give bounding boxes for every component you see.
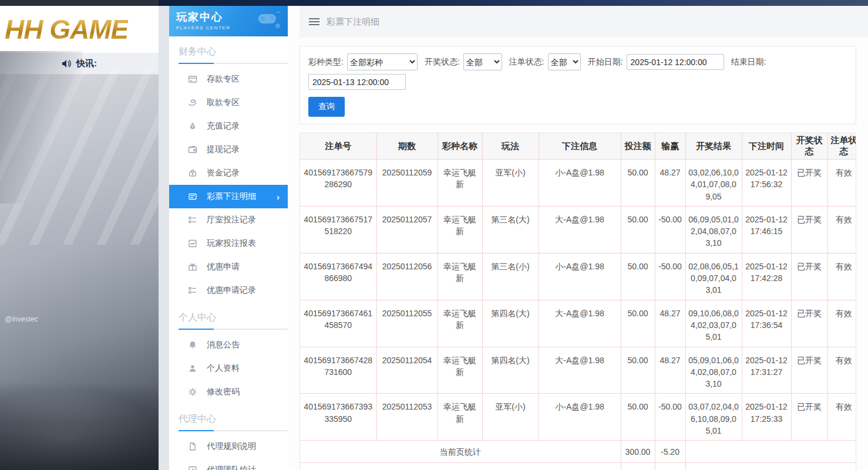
moneybag-icon [188,121,197,131]
table-cell: 已开奖 [791,347,827,394]
table-cell: 幸运飞艇新 [438,206,482,253]
lottery-type-select[interactable]: 全部彩种 [347,53,418,70]
total-summary-row: 总统计300.00-5.21 [300,463,856,470]
sidebar-item-gear[interactable]: 修改密码 [169,380,288,404]
sidebar-item-purse[interactable]: 资金记录 [169,161,288,185]
table-cell: 有效 [827,160,856,207]
table-cell: 03,07,02,04,06,10,08,09,05,01 [685,394,742,441]
sidebar-item-bet-detail[interactable]: 彩票下注明细› [169,185,288,208]
table-cell: 小-A盘@1.98 [539,394,621,441]
table-cell: 09,10,06,08,04,02,03,07,05,01 [685,300,742,347]
table-cell: 亚军(小) [482,160,539,207]
table-cell: -50.00 [655,253,685,300]
topbar: 彩票下注明细 [300,6,868,38]
column-header: 开奖状态 [791,133,827,160]
table-cell: 已开奖 [791,394,827,441]
sidebar-item-label: 优惠申请 [207,262,240,272]
sidebar-item-hall-list[interactable]: 厅室投注记录 [169,208,288,232]
photo-watermark: @Investec [5,315,38,323]
filter-panel: 彩种类型: 全部彩种 开奖状态: 全部 注单状态: 全部 开始日期: 结束日期:… [300,46,856,124]
table-cell: 已开奖 [791,253,827,300]
deposit-card-icon [188,75,197,84]
column-header: 下注信息 [539,133,621,160]
table-cell: -50.00 [655,394,685,441]
team-stats-icon [188,465,197,470]
sidebar-item-gift-list[interactable]: 优惠申请记录 [169,279,288,302]
sidebar-item-gift[interactable]: 优惠申请 [169,255,288,279]
table-cell: 有效 [827,347,856,394]
table-row: 40156917366746145857020250112055幸运飞艇新第四名… [300,300,856,347]
table-cell: 2025-01-12 17:42:28 [742,253,791,300]
section-underline [179,430,288,431]
sidebar-item-label: 提现记录 [207,144,240,155]
bet-table: 注单号期数彩种名称玩法下注信息投注额输赢开奖结果下注时间开奖状态注单状态 401… [300,133,856,470]
sidebar-item-label: 个人资料 [207,363,240,374]
sidebar-item-label: 代理团队统计 [207,465,256,470]
table-cell: 有效 [827,206,856,253]
table-cell: 05,09,01,06,04,02,08,07,03,10 [685,347,742,394]
table-cell: 2025-01-12 17:56:32 [742,160,791,207]
sidebar-item-label: 厅室投注记录 [207,215,256,225]
sidebar-item-document[interactable]: 代理规则说明 [169,435,288,458]
user-icon [188,364,197,373]
site-logo[interactable]: HH GAME [0,13,128,45]
sidebar-section-title: 财务中心 [179,46,288,63]
search-button[interactable]: 查询 [308,97,345,117]
table-cell: 幸运飞艇新 [438,160,482,207]
summary-winloss-total: -5.21 [655,463,685,470]
sidebar-menu: 财务中心存款专区取款专区充值记录提现记录资金记录彩票下注明细›厅室投注记录玩家投… [169,46,288,470]
table-cell: 幸运飞艇新 [438,300,482,347]
sidebar-item-user[interactable]: 个人资料 [169,357,288,380]
sidebar-item-wallet[interactable]: 提现记录 [169,138,288,161]
order-status-select[interactable]: 全部 [548,53,581,70]
sidebar-item-deposit-card[interactable]: 存款专区 [169,67,288,91]
table-cell: 第三名(小) [482,253,539,300]
table-row: 40156917366739333595020250112053幸运飞艇新亚军(… [300,394,856,441]
table-cell: 亚军(小) [482,394,539,441]
sidebar-item-label: 存款专区 [207,74,240,84]
start-date-input[interactable] [627,54,724,70]
table-row: 40156917366751751822020250112057幸运飞艇新第三名… [300,206,856,253]
summary-empty-cell [685,463,856,470]
sidebar-item-moneybag[interactable]: 充值记录 [169,114,288,138]
column-header: 注单号 [300,133,376,160]
table-row: 40156917366757928629020250112059幸运飞艇新亚军(… [300,160,856,207]
sidebar-item-label: 玩家投注报表 [207,238,256,249]
report-chart-icon [188,239,197,248]
table-cell: 20250112054 [376,347,438,394]
table-cell: 20250112055 [376,300,438,347]
hall-list-icon [188,215,197,225]
sidebar-item-label: 消息公告 [207,340,240,350]
gift-icon [188,262,197,272]
sidebar-item-label: 代理规则说明 [207,441,256,452]
table-cell: -50.00 [655,206,685,253]
table-cell: 已开奖 [791,300,827,347]
table-header-row: 注单号期数彩种名称玩法下注信息投注额输赢开奖结果下注时间开奖状态注单状态 [300,133,856,160]
sidebar-item-label: 优惠申请记录 [207,285,256,296]
table-body: 40156917366757928629020250112059幸运飞艇新亚军(… [300,160,856,470]
sidebar-item-team-stats[interactable]: 代理团队统计 [169,458,288,470]
photo-dark-wedge [0,51,82,204]
table-cell: 2025-01-12 17:25:33 [742,394,791,441]
draw-status-label: 开奖状态: [425,57,460,67]
table-cell: 02,08,06,05,10,09,07,04,03,01 [685,253,742,300]
table-cell: 50.00 [621,253,655,300]
sidebar-item-report-chart[interactable]: 玩家投注报表 [169,232,288,255]
bet-detail-icon [188,192,197,201]
end-date-input[interactable] [308,74,406,90]
gamepad-icon [255,11,282,31]
sidebar-item-label: 取款专区 [207,97,240,108]
menu-toggle-icon[interactable] [309,18,319,25]
table-cell: 有效 [827,394,856,441]
sidebar-item-withdraw-hand[interactable]: 取款专区 [169,91,288,114]
table-cell: 已开奖 [791,160,827,207]
sidebar-item-bell[interactable]: 消息公告 [169,333,288,357]
table-cell: 幸运飞艇新 [438,253,482,300]
purse-icon [188,168,197,178]
table-row: 40156917366749486698020250112056幸运飞艇新第三名… [300,253,856,300]
table-row: 40156917366742873160020250112054幸运飞艇新第四名… [300,347,856,394]
table-cell: 50.00 [621,300,655,347]
draw-status-select[interactable]: 全部 [463,53,502,70]
column-header: 投注额 [621,133,655,160]
chevron-right-icon: › [277,192,280,202]
